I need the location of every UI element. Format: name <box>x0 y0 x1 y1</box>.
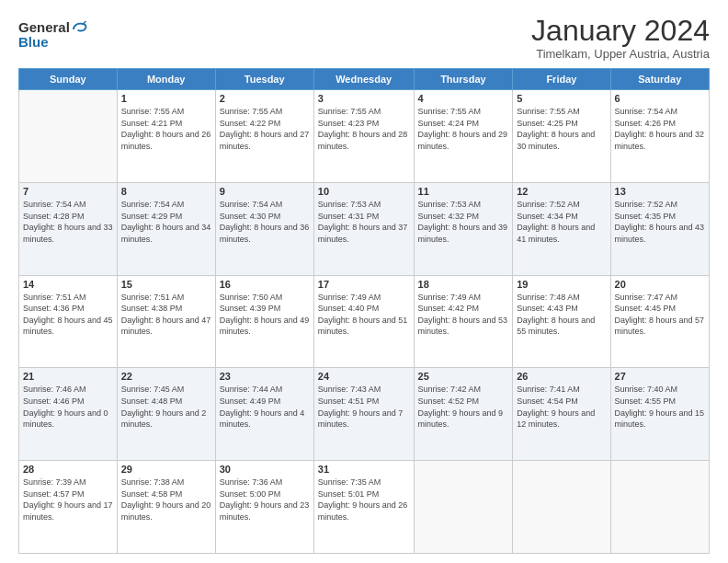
day-info: Sunrise: 7:55 AMSunset: 4:22 PMDaylight:… <box>220 106 310 152</box>
day-number: 8 <box>121 186 211 197</box>
calendar-header-row: Sunday Monday Tuesday Wednesday Thursday… <box>19 69 710 90</box>
day-info: Sunrise: 7:55 AMSunset: 4:24 PMDaylight:… <box>418 106 509 152</box>
day-number: 12 <box>517 186 606 197</box>
calendar: Sunday Monday Tuesday Wednesday Thursday… <box>18 68 710 554</box>
table-row: 19Sunrise: 7:48 AMSunset: 4:43 PMDayligh… <box>513 275 610 368</box>
table-row: 18Sunrise: 7:49 AMSunset: 4:42 PMDayligh… <box>414 275 513 368</box>
table-row: 16Sunrise: 7:50 AMSunset: 4:39 PMDayligh… <box>215 275 313 368</box>
day-number: 31 <box>318 464 410 475</box>
day-number: 13 <box>615 186 705 197</box>
day-number: 11 <box>418 186 509 197</box>
logo-blue: Blue <box>18 35 87 49</box>
table-row: 9Sunrise: 7:54 AMSunset: 4:30 PMDaylight… <box>215 182 313 275</box>
day-number: 9 <box>220 186 310 197</box>
day-info: Sunrise: 7:55 AMSunset: 4:25 PMDaylight:… <box>517 106 606 152</box>
table-row: 5Sunrise: 7:55 AMSunset: 4:25 PMDaylight… <box>513 90 610 183</box>
logo-general: General <box>18 20 70 34</box>
calendar-week-row: 1Sunrise: 7:55 AMSunset: 4:21 PMDaylight… <box>19 90 710 183</box>
table-row: 24Sunrise: 7:43 AMSunset: 4:51 PMDayligh… <box>313 368 414 461</box>
day-info: Sunrise: 7:38 AMSunset: 4:58 PMDaylight:… <box>121 477 211 523</box>
day-info: Sunrise: 7:53 AMSunset: 4:32 PMDaylight:… <box>418 199 509 245</box>
table-row: 30Sunrise: 7:36 AMSunset: 5:00 PMDayligh… <box>215 461 313 554</box>
day-info: Sunrise: 7:47 AMSunset: 4:45 PMDaylight:… <box>615 292 705 338</box>
day-number: 19 <box>517 279 606 290</box>
day-info: Sunrise: 7:52 AMSunset: 4:35 PMDaylight:… <box>615 199 705 245</box>
day-number: 4 <box>418 93 509 104</box>
day-info: Sunrise: 7:44 AMSunset: 4:49 PMDaylight:… <box>220 384 310 430</box>
day-info: Sunrise: 7:42 AMSunset: 4:52 PMDaylight:… <box>418 384 509 430</box>
logo: General Blue <box>18 18 87 49</box>
day-info: Sunrise: 7:39 AMSunset: 4:57 PMDaylight:… <box>23 477 113 523</box>
day-info: Sunrise: 7:54 AMSunset: 4:30 PMDaylight:… <box>220 199 310 245</box>
day-number: 7 <box>23 186 113 197</box>
day-info: Sunrise: 7:52 AMSunset: 4:34 PMDaylight:… <box>517 199 606 245</box>
day-info: Sunrise: 7:49 AMSunset: 4:42 PMDaylight:… <box>418 292 509 338</box>
table-row: 26Sunrise: 7:41 AMSunset: 4:54 PMDayligh… <box>513 368 610 461</box>
month-title: January 2024 <box>531 15 710 47</box>
table-row: 14Sunrise: 7:51 AMSunset: 4:36 PMDayligh… <box>19 275 118 368</box>
day-info: Sunrise: 7:54 AMSunset: 4:26 PMDaylight:… <box>615 106 705 152</box>
col-tuesday: Tuesday <box>215 69 313 90</box>
table-row: 17Sunrise: 7:49 AMSunset: 4:40 PMDayligh… <box>313 275 414 368</box>
table-row <box>610 461 709 554</box>
table-row: 28Sunrise: 7:39 AMSunset: 4:57 PMDayligh… <box>19 461 118 554</box>
day-number: 5 <box>517 93 606 104</box>
day-number: 6 <box>615 93 705 104</box>
day-info: Sunrise: 7:55 AMSunset: 4:21 PMDaylight:… <box>121 106 211 152</box>
day-number: 27 <box>615 371 705 382</box>
table-row: 20Sunrise: 7:47 AMSunset: 4:45 PMDayligh… <box>610 275 709 368</box>
day-number: 24 <box>318 371 410 382</box>
header: General Blue January 2024 Timelkam, Uppe… <box>18 15 710 61</box>
day-number: 2 <box>220 93 310 104</box>
table-row: 10Sunrise: 7:53 AMSunset: 4:31 PMDayligh… <box>313 182 414 275</box>
day-info: Sunrise: 7:46 AMSunset: 4:46 PMDaylight:… <box>23 384 113 430</box>
table-row: 25Sunrise: 7:42 AMSunset: 4:52 PMDayligh… <box>414 368 513 461</box>
day-number: 15 <box>121 279 211 290</box>
table-row: 6Sunrise: 7:54 AMSunset: 4:26 PMDaylight… <box>610 90 709 183</box>
day-info: Sunrise: 7:45 AMSunset: 4:48 PMDaylight:… <box>121 384 211 430</box>
day-info: Sunrise: 7:51 AMSunset: 4:36 PMDaylight:… <box>23 292 113 338</box>
day-info: Sunrise: 7:36 AMSunset: 5:00 PMDaylight:… <box>220 477 310 523</box>
page: General Blue January 2024 Timelkam, Uppe… <box>0 0 728 563</box>
table-row: 4Sunrise: 7:55 AMSunset: 4:24 PMDaylight… <box>414 90 513 183</box>
table-row: 3Sunrise: 7:55 AMSunset: 4:23 PMDaylight… <box>313 90 414 183</box>
table-row <box>513 461 610 554</box>
day-info: Sunrise: 7:49 AMSunset: 4:40 PMDaylight:… <box>318 292 410 338</box>
day-number: 1 <box>121 93 211 104</box>
col-thursday: Thursday <box>414 69 513 90</box>
calendar-week-row: 21Sunrise: 7:46 AMSunset: 4:46 PMDayligh… <box>19 368 710 461</box>
title-block: January 2024 Timelkam, Upper Austria, Au… <box>531 15 710 61</box>
day-info: Sunrise: 7:50 AMSunset: 4:39 PMDaylight:… <box>220 292 310 338</box>
table-row: 22Sunrise: 7:45 AMSunset: 4:48 PMDayligh… <box>117 368 215 461</box>
day-number: 30 <box>220 464 310 475</box>
table-row <box>19 90 118 183</box>
table-row: 11Sunrise: 7:53 AMSunset: 4:32 PMDayligh… <box>414 182 513 275</box>
col-wednesday: Wednesday <box>313 69 414 90</box>
day-info: Sunrise: 7:55 AMSunset: 4:23 PMDaylight:… <box>318 106 410 152</box>
day-number: 22 <box>121 371 211 382</box>
table-row: 2Sunrise: 7:55 AMSunset: 4:22 PMDaylight… <box>215 90 313 183</box>
logo-icon <box>71 18 87 35</box>
day-number: 23 <box>220 371 310 382</box>
table-row: 13Sunrise: 7:52 AMSunset: 4:35 PMDayligh… <box>610 182 709 275</box>
table-row: 23Sunrise: 7:44 AMSunset: 4:49 PMDayligh… <box>215 368 313 461</box>
table-row: 31Sunrise: 7:35 AMSunset: 5:01 PMDayligh… <box>313 461 414 554</box>
calendar-week-row: 7Sunrise: 7:54 AMSunset: 4:28 PMDaylight… <box>19 182 710 275</box>
day-number: 26 <box>517 371 606 382</box>
calendar-week-row: 28Sunrise: 7:39 AMSunset: 4:57 PMDayligh… <box>19 461 710 554</box>
table-row: 1Sunrise: 7:55 AMSunset: 4:21 PMDaylight… <box>117 90 215 183</box>
day-number: 29 <box>121 464 211 475</box>
day-info: Sunrise: 7:54 AMSunset: 4:29 PMDaylight:… <box>121 199 211 245</box>
col-sunday: Sunday <box>19 69 118 90</box>
table-row: 29Sunrise: 7:38 AMSunset: 4:58 PMDayligh… <box>117 461 215 554</box>
day-info: Sunrise: 7:53 AMSunset: 4:31 PMDaylight:… <box>318 199 410 245</box>
day-number: 10 <box>318 186 410 197</box>
table-row <box>414 461 513 554</box>
day-info: Sunrise: 7:51 AMSunset: 4:38 PMDaylight:… <box>121 292 211 338</box>
col-monday: Monday <box>117 69 215 90</box>
day-info: Sunrise: 7:43 AMSunset: 4:51 PMDaylight:… <box>318 384 410 430</box>
col-saturday: Saturday <box>610 69 709 90</box>
table-row: 12Sunrise: 7:52 AMSunset: 4:34 PMDayligh… <box>513 182 610 275</box>
table-row: 27Sunrise: 7:40 AMSunset: 4:55 PMDayligh… <box>610 368 709 461</box>
col-friday: Friday <box>513 69 610 90</box>
